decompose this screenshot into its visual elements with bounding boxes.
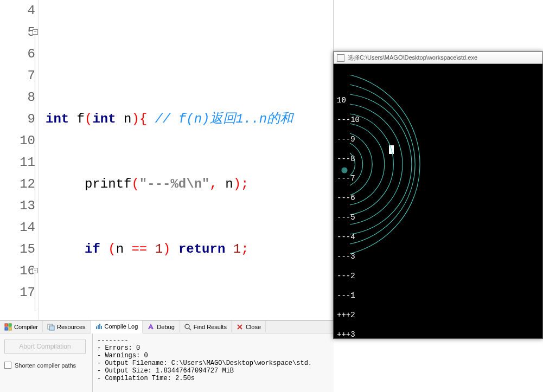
tab-close[interactable]: Close bbox=[232, 320, 266, 333]
line-number: 14 bbox=[0, 217, 39, 239]
compile-log-icon bbox=[95, 323, 103, 330]
console-line: ---10 bbox=[337, 115, 539, 125]
console-line: 10 bbox=[337, 95, 539, 105]
abort-compilation-button: Abort Compilation bbox=[4, 339, 86, 354]
tab-label: Compiler bbox=[14, 324, 38, 330]
console-line: +++3 bbox=[337, 330, 539, 339]
shorten-paths-checkbox[interactable]: Shorten compiler paths bbox=[4, 362, 88, 369]
line-gutter: 4 5 6 7 8 9 10 11 12 13 14 15 16 17 − − bbox=[0, 0, 39, 320]
debug-icon bbox=[147, 323, 155, 331]
find-icon bbox=[184, 323, 191, 331]
console-line: ---3 bbox=[337, 252, 539, 261]
console-output[interactable]: 10 ---10 ---9 ---8 ---7 ---6 ---5 ---4 -… bbox=[334, 64, 542, 338]
line-number: 10 bbox=[0, 130, 39, 152]
fold-toggle-icon[interactable]: − bbox=[33, 268, 38, 273]
tab-compiler[interactable]: Compiler bbox=[0, 320, 43, 333]
compile-log-output[interactable]: -------- - Errors: 0 - Warnings: 0 - Out… bbox=[92, 333, 334, 392]
tab-label: Debug bbox=[157, 324, 174, 330]
resources-icon bbox=[47, 323, 55, 331]
checkbox-label: Shorten compiler paths bbox=[15, 362, 76, 369]
checkbox-icon[interactable] bbox=[4, 362, 11, 369]
tab-compile-log[interactable]: Compile Log bbox=[91, 320, 143, 333]
code-area[interactable]: int f(int n){ // f(n)返回1..n的和 printf("--… bbox=[39, 0, 333, 320]
svg-point-10 bbox=[185, 324, 189, 329]
tab-label: Compile Log bbox=[105, 323, 138, 330]
root: 的 4 5 6 7 8 9 10 11 12 13 14 15 16 17 − … bbox=[0, 0, 543, 392]
console-line: +++2 bbox=[337, 310, 539, 320]
console-line: ---9 bbox=[337, 134, 539, 144]
svg-rect-6 bbox=[96, 326, 97, 329]
console-line: ---7 bbox=[337, 173, 539, 183]
console-line: +++5 bbox=[337, 369, 539, 378]
tab-resources[interactable]: Resources bbox=[43, 320, 91, 333]
fold-line bbox=[35, 273, 35, 311]
svg-line-11 bbox=[189, 328, 191, 330]
svg-rect-2 bbox=[5, 327, 8, 330]
tab-find-results[interactable]: Find Results bbox=[180, 320, 232, 333]
console-line: +++4 bbox=[337, 349, 539, 359]
line-number: 6 bbox=[0, 43, 39, 65]
console-line: ---8 bbox=[337, 154, 539, 164]
line-number: 9 bbox=[0, 108, 39, 130]
tab-label: Find Results bbox=[194, 324, 227, 330]
code-editor[interactable]: 4 5 6 7 8 9 10 11 12 13 14 15 16 17 − − … bbox=[0, 0, 334, 320]
console-line: ---1 bbox=[337, 291, 539, 300]
bottom-panel: Compiler Resources Compile Log Debug bbox=[0, 320, 334, 392]
app-icon bbox=[337, 54, 344, 62]
line-number: 8 bbox=[0, 87, 39, 108]
line-number: 12 bbox=[0, 173, 39, 195]
console-line: ---4 bbox=[337, 232, 539, 242]
console-title: 选择C:\Users\MAGO\Desktop\workspace\std.ex… bbox=[348, 54, 477, 62]
svg-rect-5 bbox=[49, 326, 54, 330]
code-line: if (n == 1) return 1; bbox=[39, 239, 333, 260]
console-titlebar[interactable]: 选择C:\Users\MAGO\Desktop\workspace\std.ex… bbox=[334, 52, 542, 64]
console-line: +++6 bbox=[337, 388, 539, 392]
tab-debug[interactable]: Debug bbox=[143, 320, 179, 333]
line-number: 7 bbox=[0, 65, 39, 87]
console-window[interactable]: 选择C:\Users\MAGO\Desktop\workspace\std.ex… bbox=[333, 52, 543, 339]
line-number: 13 bbox=[0, 195, 39, 217]
line-number: 15 bbox=[0, 239, 39, 260]
tab-label: Resources bbox=[57, 324, 86, 330]
svg-rect-7 bbox=[98, 325, 99, 329]
compiler-icon bbox=[4, 323, 12, 331]
code-line bbox=[39, 43, 333, 65]
line-number: 4 bbox=[0, 0, 39, 22]
tab-bar: Compiler Resources Compile Log Debug bbox=[0, 320, 334, 333]
tab-label: Close bbox=[246, 324, 261, 330]
svg-rect-3 bbox=[9, 327, 11, 330]
fold-line bbox=[35, 35, 35, 203]
svg-rect-1 bbox=[9, 324, 11, 326]
code-line: printf("---%d\n", n); bbox=[39, 173, 333, 195]
console-line: ---2 bbox=[337, 271, 539, 281]
close-icon bbox=[236, 323, 244, 331]
line-number: 17 bbox=[0, 282, 39, 304]
svg-rect-8 bbox=[99, 324, 100, 329]
console-line: ---5 bbox=[337, 213, 539, 222]
svg-rect-0 bbox=[5, 324, 8, 326]
svg-point-14 bbox=[342, 168, 347, 173]
code-line: int f(int n){ // f(n)返回1..n的和 bbox=[39, 108, 333, 130]
bottom-left-controls: Abort Compilation Shorten compiler paths bbox=[0, 333, 92, 392]
console-line: ---6 bbox=[337, 193, 539, 203]
line-number: 11 bbox=[0, 152, 39, 173]
bottom-body: Abort Compilation Shorten compiler paths… bbox=[0, 333, 334, 392]
fold-toggle-icon[interactable]: − bbox=[33, 29, 38, 35]
svg-rect-9 bbox=[101, 326, 102, 329]
